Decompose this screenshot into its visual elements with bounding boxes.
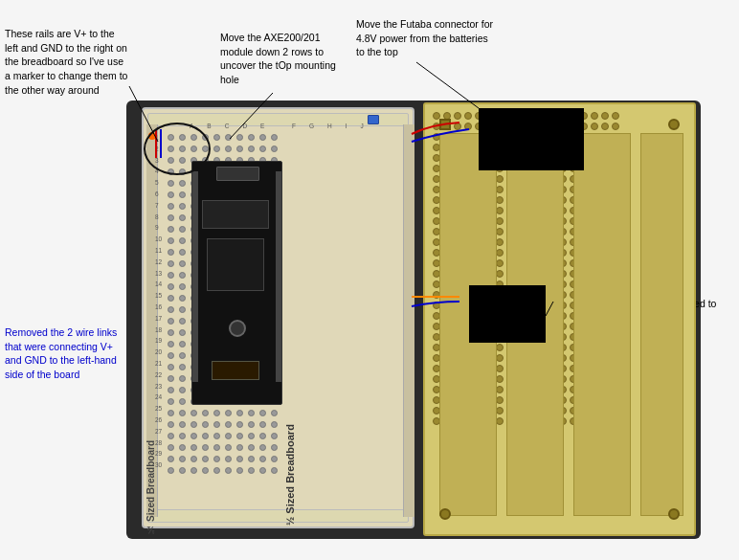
annotation-top-right: Move the Futaba connector for 4.8V power…	[356, 17, 495, 59]
annotation-bottom-left-text: Removed the 2 wire links that were conne…	[5, 326, 117, 380]
ic-chip-2	[207, 238, 264, 291]
black-rect-top-right	[479, 108, 584, 170]
annotation-bottom-left: Removed the 2 wire links that were conne…	[5, 325, 129, 382]
main-container: 12345 678910 1112131415 1617181920 21222…	[0, 0, 739, 560]
oval-annotation	[144, 123, 211, 175]
row-numbers: 12345 678910 1112131415 1617181920 21222…	[155, 132, 162, 471]
blue-wire-connector-top	[368, 115, 379, 124]
annotation-top-center-text: Move the AXE200/201 module down 2 rows t…	[220, 32, 336, 85]
ic-chip-1	[202, 200, 269, 229]
annotation-top-right-text: Move the Futaba connector for 4.8V power…	[356, 18, 493, 57]
col-letters-right: FGHIJ	[292, 123, 364, 129]
breadboard-label: ½ Sized Breadboard	[284, 424, 296, 526]
breadboard-vertical-label: ½ Sized Breadboard	[146, 440, 156, 535]
mount-hole-bl	[439, 508, 451, 520]
black-rect-middle-right	[469, 285, 546, 343]
col-letters-left: ABCDE	[190, 123, 264, 129]
annotation-top-left-text: These rails are V+ to the left and GND t…	[5, 28, 127, 96]
bottom-component	[212, 361, 259, 380]
mount-hole-br	[668, 508, 680, 520]
mount-hole-tr	[668, 119, 680, 130]
right-rail	[403, 124, 414, 517]
usb-port	[216, 167, 259, 181]
annotation-top-center: Move the AXE200/201 module down 2 rows t…	[220, 31, 354, 87]
pin-header-left	[192, 171, 198, 382]
reset-button	[229, 320, 246, 337]
mount-hole-tl	[439, 119, 451, 130]
annotation-top-left: These rails are V+ to the left and GND t…	[5, 27, 129, 97]
perf-strip-3	[573, 133, 631, 516]
perf-strip-4	[640, 133, 683, 516]
axe200-module	[191, 161, 282, 405]
pin-header-right	[276, 171, 281, 382]
